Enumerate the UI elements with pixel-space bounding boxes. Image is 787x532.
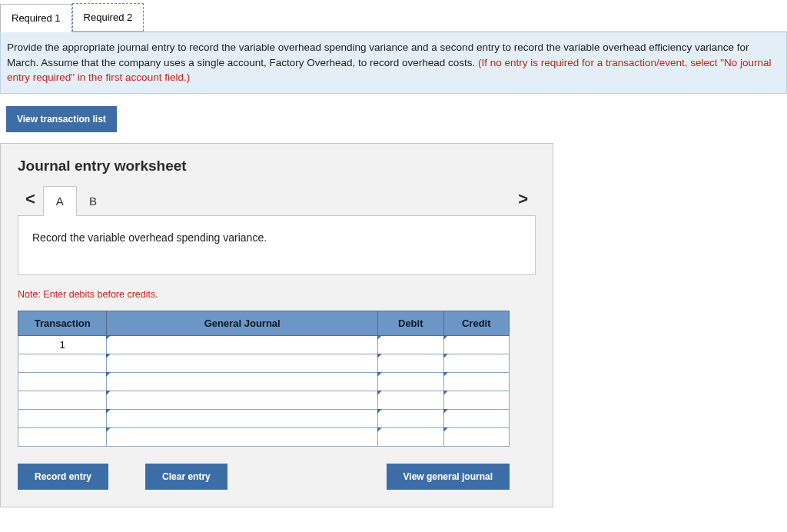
debit-cell[interactable]	[378, 372, 443, 391]
debit-cell[interactable]	[378, 427, 443, 446]
journal-table: Transaction General Journal Debit Credit…	[18, 311, 510, 447]
general-journal-cell[interactable]	[107, 409, 378, 427]
record-entry-button[interactable]: Record entry	[18, 464, 108, 490]
debit-cell[interactable]	[378, 335, 443, 354]
debit-cell[interactable]	[378, 354, 443, 372]
table-row	[18, 372, 510, 391]
nav-prev-icon[interactable]: <	[18, 189, 43, 215]
entry-prompt: Record the variable overhead spending va…	[18, 215, 536, 275]
table-row	[18, 409, 510, 427]
credit-cell[interactable]	[443, 335, 510, 354]
txn-cell	[18, 409, 107, 427]
credit-cell[interactable]	[443, 391, 510, 409]
col-header-general-journal: General Journal	[107, 311, 378, 335]
action-row: Record entry Clear entry View general jo…	[18, 464, 510, 490]
tab-required-2[interactable]: Required 2	[72, 3, 144, 32]
general-journal-cell[interactable]	[107, 427, 378, 446]
col-header-credit: Credit	[443, 311, 510, 335]
view-transaction-list-button[interactable]: View transaction list	[6, 106, 117, 132]
general-journal-cell[interactable]	[107, 354, 378, 372]
debit-cell[interactable]	[378, 409, 443, 427]
instruction-box: Provide the appropriate journal entry to…	[0, 32, 787, 94]
credit-cell[interactable]	[443, 409, 510, 427]
txn-cell	[18, 427, 107, 446]
credit-cell[interactable]	[443, 372, 510, 391]
journal-worksheet-panel: Journal entry worksheet < A B > Record t…	[0, 143, 553, 507]
general-journal-cell[interactable]	[107, 372, 378, 391]
txn-cell	[18, 391, 107, 409]
col-header-debit: Debit	[378, 311, 443, 335]
requirement-tabs: Required 1 Required 2	[0, 3, 787, 32]
letter-tab-a[interactable]: A	[43, 186, 77, 216]
note-debits-before-credits: Note: Enter debits before credits.	[18, 289, 536, 300]
general-journal-cell[interactable]	[107, 335, 378, 354]
table-row: 1	[18, 335, 510, 354]
clear-entry-button[interactable]: Clear entry	[145, 464, 227, 490]
worksheet-title: Journal entry worksheet	[18, 158, 536, 175]
table-row	[18, 354, 510, 372]
nav-next-icon[interactable]: >	[510, 189, 536, 215]
txn-cell	[18, 372, 107, 391]
table-row	[18, 391, 510, 409]
general-journal-cell[interactable]	[107, 391, 378, 409]
view-general-journal-button[interactable]: View general journal	[387, 464, 510, 490]
table-row	[18, 427, 510, 446]
credit-cell[interactable]	[443, 354, 510, 372]
worksheet-nav: < A B >	[18, 185, 536, 215]
credit-cell[interactable]	[443, 427, 510, 446]
tab-required-1[interactable]: Required 1	[0, 4, 72, 32]
debit-cell[interactable]	[378, 391, 443, 409]
letter-tab-b[interactable]: B	[77, 187, 109, 215]
txn-cell: 1	[18, 335, 107, 354]
txn-cell	[18, 354, 107, 372]
col-header-transaction: Transaction	[18, 311, 107, 335]
